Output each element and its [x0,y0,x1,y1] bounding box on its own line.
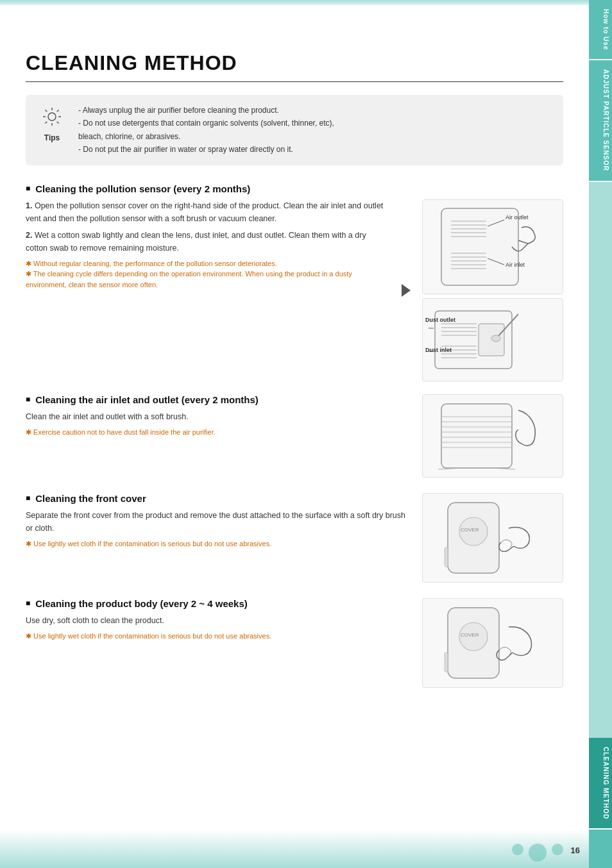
product-body-text: Cleaning the product body (every 2 ~ 4 w… [26,598,409,688]
tips-line-2: - Do not use detergents that contain org… [78,117,334,129]
dust-outlet-label: Dust outlet [425,317,455,323]
air-inlet-note: Exercise caution not to have dust fall i… [26,427,409,438]
product-body-body: Use dry, soft cloth to clean the product… [26,614,409,627]
sidebar-tab-how-to-use[interactable]: How to Use [589,0,612,59]
page-title: CLEANING METHOD [26,51,563,75]
tips-text: - Always unplug the air purifier before … [78,104,334,156]
svg-rect-40 [441,404,512,468]
front-cover-body: Separate the front cover from the produc… [26,509,409,535]
tips-icon-area: Tips [36,104,68,142]
page-number: 16 [571,846,580,855]
bottom-decorative-bar [0,830,589,868]
svg-line-5 [46,110,47,112]
main-content: CLEANING METHOD Tips - [0,0,589,742]
svg-text:Air outlet: Air outlet [506,214,529,221]
section-heading-product-body: Cleaning the product body (every 2 ~ 4 w… [26,598,409,609]
svg-point-0 [48,113,56,121]
section-heading-front-cover: Cleaning the front cover [26,493,409,504]
front-cover-image: COVER [422,493,563,583]
arrow-right-icon [402,284,411,297]
svg-rect-50 [445,547,448,567]
product-body-note: Use lightly wet cloth if the contaminati… [26,631,409,642]
sidebar-tab-adjust-particle-sensor[interactable]: ADJUST PARTICLE SENSOR [589,60,612,180]
tips-box: Tips - Always unplug the air purifier be… [26,95,563,165]
sensor-diagram-top: Air outlet Air inlet [422,199,563,294]
section-air-inlet-outlet: Cleaning the air inlet and outlet (every… [26,394,563,478]
air-inlet-body: Clean the air inlet and outlet with a so… [26,410,409,423]
front-cover-text: Cleaning the front cover Separate the fr… [26,493,409,583]
section-heading-pollution-sensor: Cleaning the pollution sensor (every 2 m… [26,183,563,194]
pollution-sensor-layout: 1. Open the pollution sensor cover on th… [26,199,563,381]
top-decorative-bar [0,0,589,5]
front-cover-svg: COVER [432,496,554,580]
tips-sun-icon [42,106,62,131]
sensor-diagram-bottom: Dust outlet Dust inlet Dust outlet Dust … [422,298,563,381]
svg-text:Air inlet: Air inlet [506,262,525,268]
svg-text:COVER: COVER [461,632,479,638]
pollution-sensor-diagrams: Air outlet Air inlet [422,199,563,381]
svg-line-8 [46,122,47,124]
decorative-circles [512,844,563,862]
deco-circle-1 [512,844,523,855]
tips-label: Tips [44,133,60,142]
tips-line-4: - Do not put the air purifier in water o… [78,143,334,156]
svg-line-6 [57,122,59,124]
product-body-image: COVER [422,598,563,688]
pollution-sensor-text: 1. Open the pollution sensor cover on th… [26,199,390,381]
deco-circle-3 [552,844,563,855]
svg-text:COVER: COVER [461,527,479,533]
sensor-svg-top: Air outlet Air inlet [429,202,557,292]
step-1-text: 1. Open the pollution sensor cover on th… [26,199,390,225]
svg-rect-54 [445,653,448,672]
sensor-svg-bottom: Dust outlet Dust inlet [429,301,557,378]
svg-line-7 [57,110,59,112]
air-inlet-svg [432,397,554,474]
air-inlet-image [422,394,563,478]
tips-line-1: - Always unplug the air purifier before … [78,104,334,117]
air-inlet-text: Cleaning the air inlet and outlet (every… [26,394,409,478]
note-1: The cleaning cycle differs depending on … [26,269,390,290]
section-product-body: Cleaning the product body (every 2 ~ 4 w… [26,598,563,688]
note-0: Without regular cleaning, the performanc… [26,258,390,269]
step-2-text: 2. Wet a cotton swab lightly and clean t… [26,229,390,255]
tips-line-3: bleach, chlorine, or abrasives. [78,130,334,143]
dust-inlet-label: Dust inlet [425,347,452,353]
section-pollution-sensor: Cleaning the pollution sensor (every 2 m… [26,183,563,381]
right-sidebar: How to Use ADJUST PARTICLE SENSOR CLEANI… [589,0,612,868]
product-body-svg: COVER [432,601,554,685]
svg-point-35 [491,335,500,342]
deco-circle-2 [529,844,547,862]
sidebar-tab-cleaning-method[interactable]: CLEANING METHOD [589,738,612,828]
section-heading-air-inlet: Cleaning the air inlet and outlet (every… [26,394,409,405]
section-front-cover: Cleaning the front cover Separate the fr… [26,493,563,583]
arrow [396,199,416,381]
front-cover-note: Use lightly wet cloth if the contaminati… [26,538,409,549]
title-divider [26,81,563,82]
